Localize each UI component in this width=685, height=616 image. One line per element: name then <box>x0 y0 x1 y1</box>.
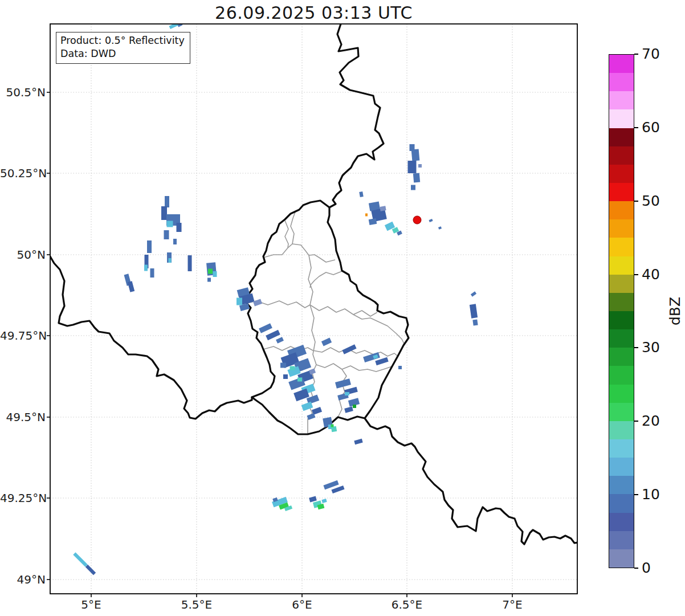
radar-echo <box>471 291 476 296</box>
lat-tick-label: 49.5°N <box>0 410 46 424</box>
radar-echo <box>144 265 148 271</box>
colorbar-segment <box>609 91 634 109</box>
radar-echo <box>398 366 402 369</box>
lat-tick-label: 50.5°N <box>0 85 46 99</box>
region-borders <box>247 212 405 434</box>
radar-echo <box>188 255 192 271</box>
colorbar-axis-label: dBZ <box>652 288 685 334</box>
radar-echo <box>408 161 417 173</box>
map-canvas <box>0 0 685 616</box>
radar-echo <box>321 499 327 503</box>
colorbar-segment <box>609 256 634 275</box>
colorbar-segment <box>609 201 634 219</box>
radar-echo <box>297 378 302 382</box>
colorbar-segment <box>609 439 634 458</box>
radar-echo <box>161 206 167 220</box>
radar-echo <box>147 240 152 253</box>
colorbar-segment <box>609 73 634 91</box>
product-line: Product: 0.5° Reflectivity <box>60 34 185 47</box>
radar-echo <box>301 402 313 411</box>
axis-tick-marks <box>47 92 512 597</box>
colorbar-tick-label: 60 <box>642 119 660 136</box>
region-border-path <box>285 221 288 248</box>
country-border-path <box>50 256 252 419</box>
radar-echo <box>283 374 288 379</box>
radar-echo <box>380 206 386 211</box>
colorbar-tick-mark <box>634 421 638 422</box>
radar-echo <box>165 196 169 207</box>
colorbar-segment <box>609 55 634 73</box>
colorbar-segment <box>609 348 634 366</box>
colorbar-tick-label: 0 <box>642 560 651 577</box>
colorbar-segment <box>609 366 634 384</box>
radar-echo <box>208 269 213 274</box>
radar-echo-layer <box>73 22 478 575</box>
radar-echo <box>253 299 262 306</box>
radar-echo <box>207 278 211 282</box>
colorbar-tick-label: 10 <box>642 486 660 503</box>
radar-echo <box>167 221 173 227</box>
colorbar-segment <box>609 531 634 549</box>
radar-echo <box>429 219 433 222</box>
radar-echo <box>177 223 182 232</box>
colorbar-tick-mark <box>634 127 638 128</box>
colorbar-segment <box>609 329 634 348</box>
radar-echo <box>470 304 478 318</box>
data-source-line: Data: DWD <box>60 47 185 60</box>
lat-tick-label: 49.25°N <box>0 491 46 505</box>
colorbar-tick-mark <box>634 494 638 495</box>
colorbar-segment <box>609 109 634 128</box>
radar-echo <box>290 366 295 370</box>
colorbar-tick-mark <box>634 54 638 55</box>
radar-echo <box>472 319 478 325</box>
radar-echo <box>353 405 356 408</box>
radar-echo <box>276 337 284 343</box>
country-border-path <box>329 24 384 207</box>
colorbar-tick-label: 50 <box>642 193 660 210</box>
radar-echo <box>331 425 334 427</box>
radar-echo <box>354 439 362 444</box>
lon-tick-label: 5°E <box>57 598 125 611</box>
radar-station-marker <box>413 216 421 224</box>
lat-tick-label: 50°N <box>0 248 46 262</box>
colorbar-segment <box>609 494 634 512</box>
radar-echo <box>413 173 420 183</box>
colorbar-segment <box>609 183 634 201</box>
colorbar-tick-label: 20 <box>642 413 660 430</box>
colorbar-segment <box>609 385 634 403</box>
radar-echo <box>365 214 368 217</box>
radar-figure: 26.09.2025 03:13 UTC Product: 0.5° Refle… <box>0 0 685 616</box>
lon-tick-label: 7°E <box>478 598 547 611</box>
radar-echo <box>169 22 178 29</box>
radar-echo <box>309 496 317 503</box>
colorbar-segment <box>609 128 634 146</box>
colorbar-tick-label: 70 <box>642 46 660 63</box>
radar-echo <box>259 323 272 333</box>
country-border-path <box>365 418 577 544</box>
colorbar-segment <box>609 458 634 476</box>
region-border-path <box>247 301 377 316</box>
region-border-path <box>353 315 405 345</box>
radar-echo <box>128 281 134 292</box>
lat-tick-label: 50.25°N <box>0 166 46 180</box>
colorbar-segment <box>609 146 634 165</box>
radar-echo <box>164 230 169 239</box>
region-border-path <box>310 271 342 288</box>
region-border-path <box>291 212 295 244</box>
reflectivity-colorbar <box>609 54 634 568</box>
colorbar-segment <box>609 476 634 494</box>
radar-echo <box>359 191 363 197</box>
lon-tick-label: 6.5°E <box>373 598 441 611</box>
colorbar-tick-mark <box>634 347 638 348</box>
colorbar-segment <box>609 293 634 311</box>
colorbar-segment <box>609 275 634 293</box>
radar-echo <box>213 271 217 277</box>
radar-echo <box>173 239 177 244</box>
colorbar-segment <box>609 219 634 238</box>
radar-echo <box>344 406 353 413</box>
colorbar-segment <box>609 238 634 256</box>
radar-echo <box>280 363 286 368</box>
radar-echo <box>266 330 280 340</box>
radar-echo <box>369 218 377 225</box>
radar-echo <box>345 392 349 395</box>
